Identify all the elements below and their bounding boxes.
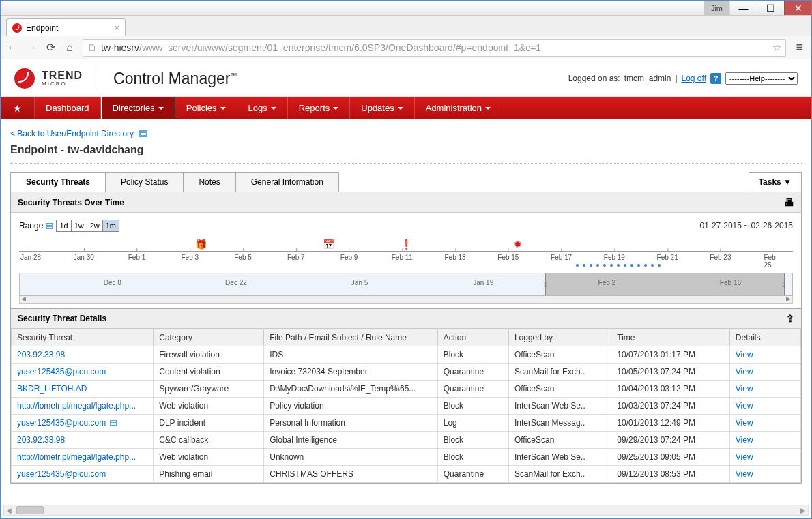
scrollbar-thumb[interactable] <box>16 506 44 514</box>
browser-menu-icon[interactable]: ≡ <box>793 40 806 55</box>
threat-link[interactable]: BKDR_LIFTOH.AD <box>17 384 87 394</box>
address-bar[interactable]: 🗋 tw-hiesrv/www_server/uiwww/segment/01_… <box>83 39 786 57</box>
table-row: yuser125435@piou.comPhishing emailCHRIST… <box>12 466 801 483</box>
window-maximize-button[interactable]: ☐ <box>757 1 784 15</box>
nav-reload-icon[interactable]: ⟳ <box>44 41 57 54</box>
range-2w[interactable]: 2w <box>87 220 103 231</box>
nav-item-policies[interactable]: Policies <box>175 97 237 119</box>
view-link[interactable]: View <box>736 384 753 394</box>
window-close-button[interactable]: ✕ <box>784 1 811 15</box>
table-cell: Personal Information <box>264 415 438 432</box>
table-row: 203.92.33.98C&C callbackGlobal Intellige… <box>12 432 801 449</box>
tab-notes[interactable]: Notes <box>183 172 235 192</box>
range-label: Range <box>19 221 43 231</box>
overview-selection[interactable] <box>545 273 785 295</box>
table-cell: Block <box>437 398 508 415</box>
nav-item-reports[interactable]: Reports <box>288 97 351 119</box>
threat-link[interactable]: http://lometr.pl/megal/lgate.php... <box>17 452 136 462</box>
column-header[interactable]: Action <box>437 329 508 346</box>
table-cell: DLP incident <box>154 415 264 432</box>
browser-tab[interactable]: Endpoint × <box>6 18 126 36</box>
view-link[interactable]: View <box>736 367 753 376</box>
nav-home-icon[interactable]: ⌂ <box>63 42 76 54</box>
threat-link[interactable]: 203.92.33.98 <box>17 350 65 359</box>
table-cell: 10/03/2013 07:24 PM <box>611 398 730 415</box>
nav-item-administration[interactable]: Administration <box>415 97 502 119</box>
horizontal-scrollbar[interactable] <box>3 505 809 516</box>
view-link[interactable]: View <box>736 435 753 445</box>
timeline-tick: Feb 3 <box>181 251 199 261</box>
table-cell: View <box>729 346 800 364</box>
range-1d[interactable]: 1d <box>57 220 71 231</box>
nav-item-updates[interactable]: Updates <box>350 97 414 119</box>
timeline-tick: Feb 21 <box>657 251 678 261</box>
table-cell: Content violation <box>154 364 264 381</box>
table-cell: C&C callback <box>154 432 264 449</box>
threat-marker-icon[interactable]: ❗ <box>401 239 412 250</box>
threat-marker-icon[interactable]: 📅 <box>323 239 334 250</box>
logoff-link[interactable]: Log off <box>682 74 706 83</box>
table-cell: View <box>729 432 800 449</box>
tasks-dropdown[interactable]: Tasks ▼ <box>749 172 802 192</box>
threat-marker-icon[interactable]: ✹ <box>514 239 522 250</box>
overview-tick: Feb 2 <box>598 279 616 286</box>
timeline-tick: Feb 1 <box>128 251 146 261</box>
threat-link[interactable]: http://lometr.pl/megal/lgate.php... <box>17 401 136 411</box>
timeline-tick: Feb 9 <box>340 251 358 261</box>
column-header[interactable]: File Path / Email Subject / Rule Name <box>264 329 438 346</box>
page-tabs: Security ThreatsPolicy StatusNotesGenera… <box>10 172 802 192</box>
product-name: Control Manager <box>113 70 230 87</box>
table-cell: 10/01/2013 12:49 PM <box>611 415 730 432</box>
overview-handle-left[interactable] <box>543 273 549 295</box>
view-link[interactable]: View <box>736 401 753 411</box>
table-row: http://lometr.pl/megal/lgate.php...Web v… <box>12 398 801 415</box>
view-link[interactable]: View <box>736 452 753 462</box>
tab-policy-status[interactable]: Policy Status <box>105 172 184 192</box>
chevron-down-icon <box>485 107 491 110</box>
nav-back-icon[interactable]: ← <box>6 42 18 54</box>
column-header[interactable]: Details <box>729 329 800 346</box>
nav-home[interactable]: ★ <box>1 97 35 119</box>
print-icon[interactable]: 🖶 <box>784 196 794 208</box>
tab-general-information[interactable]: General Information <box>235 172 339 192</box>
tab-security-threats[interactable]: Security Threats <box>10 172 106 192</box>
back-link[interactable]: < Back to User/Endpoint Directory <box>10 129 134 138</box>
range-1w[interactable]: 1w <box>72 220 87 231</box>
table-cell: 09/25/2013 09:05 PM <box>611 449 730 466</box>
timeline-tick: Feb 25 <box>764 251 783 269</box>
nav-item-directories[interactable]: Directories <box>101 97 175 119</box>
bookmark-star-icon[interactable]: ☆ <box>772 42 781 54</box>
column-header[interactable]: Category <box>154 329 264 346</box>
table-cell: IDS <box>264 346 438 364</box>
overview-handle-right[interactable] <box>781 273 787 295</box>
nav-item-logs[interactable]: Logs <box>237 97 288 119</box>
view-link[interactable]: View <box>736 418 753 428</box>
brand-divider <box>98 68 98 89</box>
table-cell: InterScan Messag.. <box>508 415 611 432</box>
logged-on-label: Logged on as: <box>568 74 620 83</box>
threat-link[interactable]: 203.92.33.98 <box>17 435 65 445</box>
threat-link[interactable]: yuser125435@piou.com <box>17 469 106 479</box>
tab-close-icon[interactable]: × <box>114 23 119 32</box>
nav-item-dashboard[interactable]: Dashboard <box>35 97 101 119</box>
help-select[interactable]: --------Help-------- <box>725 72 798 85</box>
timeline-main[interactable]: Jan 28Jan 30Feb 1Feb 3Feb 5Feb 7Feb 9Feb… <box>19 236 793 270</box>
column-header[interactable]: Logged by <box>508 329 611 346</box>
timeline-overview[interactable]: Dec 8Dec 22Jan 5Jan 19Feb 2Feb 16 <box>19 273 793 296</box>
threat-link[interactable]: yuser125435@piou.com <box>17 418 106 428</box>
table-cell: yuser125435@piou.com <box>12 415 154 432</box>
nav-forward-icon[interactable]: → <box>25 42 38 54</box>
window-minimize-button[interactable]: — <box>729 1 757 15</box>
view-link[interactable]: View <box>736 469 753 479</box>
threats-table: Security ThreatCategoryFile Path / Email… <box>11 329 801 483</box>
help-icon[interactable]: ? <box>710 73 721 84</box>
timeline-scrollbar[interactable] <box>19 296 793 304</box>
export-icon[interactable]: ⇪ <box>786 313 794 324</box>
threat-link[interactable]: yuser125435@piou.com <box>17 367 106 376</box>
column-header[interactable]: Time <box>611 329 730 346</box>
column-header[interactable]: Security Threat <box>12 329 154 346</box>
view-link[interactable]: View <box>736 350 753 359</box>
range-1m[interactable]: 1m <box>103 220 119 231</box>
table-cell: ScanMail for Exch.. <box>508 364 611 381</box>
threat-marker-icon[interactable]: 🎁 <box>195 239 207 250</box>
